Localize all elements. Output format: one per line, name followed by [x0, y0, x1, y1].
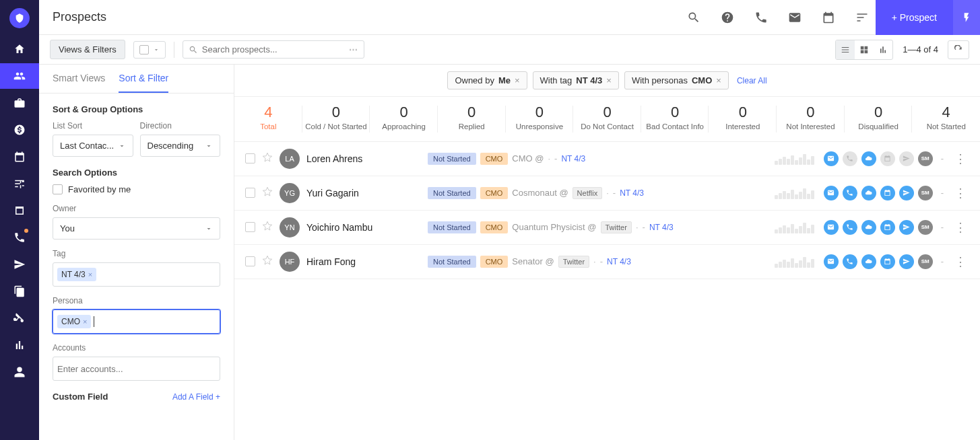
nav-copy[interactable] — [0, 279, 39, 304]
list-sort-select[interactable]: Last Contac... — [53, 135, 133, 157]
company-chip[interactable]: Twitter — [601, 221, 632, 233]
owner-badge[interactable]: SM — [918, 151, 933, 166]
tag-link[interactable]: NT 4/3 — [607, 257, 631, 266]
tag-link[interactable]: NT 4/3 — [561, 154, 585, 163]
tag-link[interactable]: NT 4/3 — [649, 223, 674, 232]
nav-home[interactable] — [0, 36, 39, 62]
phone-icon[interactable] — [843, 254, 857, 269]
cal-icon[interactable] — [880, 220, 895, 235]
cal-icon[interactable] — [880, 151, 895, 166]
mail-icon[interactable] — [824, 254, 839, 269]
row-menu[interactable]: ⋮ — [952, 187, 969, 199]
row-checkbox[interactable] — [245, 256, 255, 266]
company-chip[interactable]: Netflix — [573, 187, 603, 199]
stage-not-interested[interactable]: 0Not Interested — [777, 97, 845, 141]
nav-money[interactable] — [0, 117, 39, 143]
stage-approaching[interactable]: 0Approaching — [370, 97, 438, 141]
app-logo[interactable] — [9, 8, 30, 28]
filter-chip-tag[interactable]: With tag NT 4/3× — [533, 71, 619, 89]
nav-profile[interactable] — [0, 359, 39, 385]
favorite-star[interactable] — [262, 255, 273, 268]
tab-smart-views[interactable]: Smart Views — [53, 65, 105, 93]
search-more-icon[interactable]: ⋯ — [349, 44, 358, 54]
row-menu[interactable]: ⋮ — [952, 256, 969, 268]
phone-icon[interactable] — [843, 220, 857, 235]
remove-chip-icon[interactable]: × — [515, 75, 520, 85]
mail-header-icon[interactable] — [781, 0, 808, 35]
owner-badge[interactable]: SM — [918, 220, 933, 235]
nav-analytics[interactable] — [0, 332, 39, 358]
stage-disqualified[interactable]: 0Disqualified — [845, 97, 913, 141]
send-icon[interactable] — [899, 186, 914, 200]
mail-icon[interactable] — [824, 186, 839, 200]
nav-tune[interactable] — [0, 171, 39, 196]
stage-not-started[interactable]: 4Not Started — [912, 97, 980, 141]
views-filters-button[interactable]: Views & Filters — [50, 40, 125, 59]
prospect-name[interactable]: Yoichiro Nambu — [306, 222, 421, 233]
table-row[interactable]: YGYuri GagarinNot StartedCMOCosmonaut @N… — [234, 176, 980, 211]
refresh-button[interactable] — [948, 40, 969, 59]
mail-icon[interactable] — [824, 151, 839, 166]
add-field-link[interactable]: Add A Field + — [172, 392, 220, 402]
remove-chip-icon[interactable]: × — [88, 270, 92, 279]
nav-phone[interactable] — [0, 225, 39, 250]
view-list[interactable] — [836, 40, 855, 59]
nav-cut[interactable] — [0, 305, 39, 331]
owner-badge[interactable]: SM — [918, 254, 933, 269]
cloud-icon[interactable] — [861, 220, 876, 235]
search-icon[interactable] — [680, 0, 707, 35]
row-menu[interactable]: ⋮ — [952, 153, 969, 165]
prospect-name[interactable]: Hiram Fong — [306, 256, 421, 267]
send-icon[interactable] — [899, 254, 914, 269]
remove-chip-icon[interactable]: × — [83, 318, 87, 326]
stage-cold-not-started[interactable]: 0Cold / Not Started — [302, 97, 370, 141]
table-row[interactable]: YNYoichiro NambuNot StartedCMOQuantum Ph… — [234, 211, 980, 245]
stage-unresponsive[interactable]: 0Unresponsive — [506, 97, 574, 141]
mail-icon[interactable] — [824, 220, 839, 235]
row-checkbox[interactable] — [245, 153, 255, 163]
row-menu[interactable]: ⋮ — [952, 221, 969, 233]
remove-chip-icon[interactable]: × — [716, 75, 721, 85]
search-prospects-box[interactable]: ⋯ — [183, 40, 364, 59]
owner-badge[interactable]: SM — [918, 186, 933, 200]
favorited-checkbox[interactable]: Favorited by me — [53, 184, 220, 194]
cloud-icon[interactable] — [861, 151, 876, 166]
add-prospect-button[interactable]: + Prospect — [876, 0, 953, 35]
row-checkbox[interactable] — [245, 188, 255, 198]
view-chart[interactable] — [874, 40, 892, 59]
nav-briefcase[interactable] — [0, 90, 39, 116]
help-icon[interactable] — [714, 0, 741, 35]
nav-prospects[interactable] — [0, 63, 39, 89]
owner-select[interactable]: You — [53, 217, 220, 240]
favorite-star[interactable] — [262, 186, 273, 199]
send-icon[interactable] — [899, 220, 914, 235]
tag-link[interactable]: NT 4/3 — [620, 188, 644, 198]
favorite-star[interactable] — [262, 221, 273, 233]
clear-all-link[interactable]: Clear All — [737, 76, 767, 85]
company-chip[interactable]: Twitter — [558, 256, 589, 268]
tune-header-icon[interactable] — [849, 0, 876, 35]
nav-window[interactable] — [0, 198, 39, 223]
stage-bad-contact-info[interactable]: 0Bad Contact Info — [641, 97, 709, 141]
filter-chip-persona[interactable]: With personas CMO× — [624, 71, 729, 89]
cal-icon[interactable] — [880, 254, 895, 269]
phone-icon[interactable] — [843, 186, 857, 200]
tag-input[interactable]: NT 4/3× — [53, 262, 220, 287]
stage-replied[interactable]: 0Replied — [438, 97, 506, 141]
cloud-icon[interactable] — [861, 254, 876, 269]
view-board[interactable] — [855, 40, 874, 59]
cloud-icon[interactable] — [861, 186, 876, 200]
direction-select[interactable]: Descending — [140, 135, 221, 157]
cal-icon[interactable] — [880, 186, 895, 200]
calendar-header-icon[interactable] — [815, 0, 842, 35]
search-input[interactable] — [202, 44, 345, 54]
nav-calendar[interactable] — [0, 144, 39, 170]
stage-total[interactable]: 4Total — [234, 97, 302, 141]
nav-send[interactable] — [0, 252, 39, 277]
accounts-input[interactable] — [53, 357, 220, 381]
favorite-star[interactable] — [262, 152, 273, 165]
prospect-name[interactable]: Loren Ahrens — [306, 153, 421, 164]
prospect-name[interactable]: Yuri Gagarin — [306, 188, 421, 198]
stage-do-not-contact[interactable]: 0Do Not Contact — [573, 97, 641, 141]
persona-input[interactable]: CMO× — [53, 309, 220, 334]
